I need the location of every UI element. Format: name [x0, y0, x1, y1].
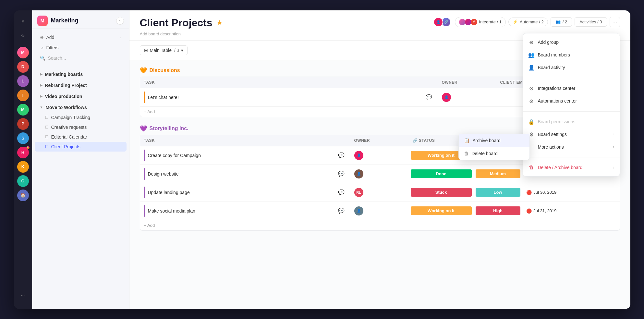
dropdown-item-more-actions[interactable]: ··· More actions › — [523, 141, 620, 153]
workspace-avatar-m[interactable]: M — [17, 47, 29, 58]
view-selector[interactable]: ⊞ Main Table / 3 ▾ — [140, 45, 188, 55]
board-icon-1: ☐ — [45, 115, 49, 120]
chat-icon-story-2[interactable]: 💬 — [338, 171, 345, 177]
board-icon-4: ☐ — [45, 144, 49, 149]
board-activity-icon: 👤 — [528, 65, 535, 71]
workspace-avatar-d[interactable]: D — [17, 61, 29, 73]
group-discussions-name[interactable]: Discussions — [150, 67, 180, 73]
nav-group-header-rebranding[interactable]: ▶ Rebranding Project — [35, 80, 127, 91]
status-badge-story-4[interactable]: Working on it — [411, 206, 472, 215]
workspace-avatar-i[interactable]: I — [17, 90, 29, 101]
nav-group-header-marketing[interactable]: ▶ Marketing boards — [35, 69, 127, 80]
main-content: Client Projects ★ Add board description … — [129, 10, 630, 309]
members-button[interactable]: 👥 / 2 — [551, 17, 572, 27]
nav-group-header-workflows[interactable]: ▼ Move to Workflows — [35, 102, 127, 113]
row-indicator-story-4 — [144, 205, 145, 217]
chat-icon-story-3[interactable]: 💬 — [338, 189, 345, 195]
add-chevron-icon: › — [120, 35, 121, 40]
board-icon-2: ☐ — [45, 125, 49, 129]
task-name-1: Let's chat here! — [148, 95, 179, 100]
dropdown-item-board-members[interactable]: 👥 Board members — [523, 49, 620, 61]
sub-dropdown-item-archive[interactable]: 📋 Archive board — [459, 134, 529, 147]
td-task-story-1: Create copy for Campaign — [140, 146, 334, 165]
td-extra-story-3 — [581, 189, 620, 196]
sidebar-item-campaign-tracking[interactable]: ☐ Campaign Tracking — [35, 113, 127, 122]
workspace-avatar-l[interactable]: L — [17, 75, 29, 87]
sidebar-item-editorial-calendar[interactable]: ☐ Editorial Calendar — [35, 132, 127, 142]
members-label: / 2 — [563, 19, 567, 24]
sidebar-collapse-button[interactable]: ‹ — [116, 17, 124, 25]
group-storytelling-name[interactable]: Storytelling Inc. — [150, 126, 188, 131]
board-more-button[interactable]: ⋯ — [610, 17, 620, 27]
th-owner-story: Owner — [350, 135, 409, 146]
table-view-icon: ⊞ — [144, 48, 148, 53]
th-owner-discussions: Owner — [438, 77, 496, 88]
priority-badge-story-3[interactable]: Low — [476, 188, 520, 197]
view-label: Main Table / 3 — [150, 48, 179, 53]
dropdown-item-permissions: 🔒 Board permissions — [523, 116, 620, 128]
sidebar-item-creative-requests[interactable]: ☐ Creative requests — [35, 122, 127, 132]
search-icon: 🔍 — [40, 55, 45, 61]
dropdown-item-automations[interactable]: ⊗ Automations center — [523, 95, 620, 107]
chat-icon-story-1[interactable]: 💬 — [338, 152, 345, 158]
workspace-avatar-o[interactable]: O — [17, 175, 29, 187]
dropdown-item-board-settings[interactable]: ⚙ Board settings › — [523, 128, 620, 141]
dropdown-item-integrations[interactable]: ⊗ Integrations center — [523, 82, 620, 95]
status-badge-story-2[interactable]: Done — [411, 169, 472, 178]
close-button[interactable]: ✕ — [17, 16, 29, 27]
star-button[interactable]: ☆ — [17, 30, 29, 42]
table-row-story-4: Make social media plan 💬 👤 Working on it — [140, 202, 620, 220]
search-button[interactable]: 🔍 Search... — [37, 54, 124, 63]
add-row-storytelling[interactable]: + Add — [140, 220, 620, 230]
board-member-avatar-1[interactable]: 👤 — [433, 17, 443, 27]
td-chat-story-2[interactable]: 💬 — [334, 167, 350, 180]
sub-dropdown-item-delete[interactable]: 🗑 Delete board — [459, 147, 529, 160]
dropdown-item-delete-archive[interactable]: 🗑 Delete / Archive board › — [523, 161, 620, 174]
chat-icon-story-4[interactable]: 💬 — [338, 208, 345, 214]
board-star-icon[interactable]: ★ — [216, 18, 223, 27]
workspace-avatar-home[interactable]: 🏠 — [17, 190, 29, 201]
td-chat-story-4[interactable]: 💬 — [334, 204, 350, 217]
board-description[interactable]: Add board description — [140, 31, 223, 36]
workspace-avatar-p[interactable]: P — [17, 118, 29, 130]
board-title: Client Projects — [140, 17, 213, 29]
integrate-button[interactable]: M Integrate / 1 — [455, 17, 506, 27]
priority-badge-story-4[interactable]: High — [476, 206, 520, 215]
group-discussions-emoji: 🧡 — [140, 67, 147, 74]
owner-avatar-story-3: RL — [354, 188, 363, 197]
automate-button[interactable]: ⚡ Automate / 2 — [508, 18, 548, 26]
chat-icon-1[interactable]: 💬 — [426, 94, 432, 100]
sidebar-item-client-projects[interactable]: ☐ Client Projects — [35, 142, 127, 152]
priority-badge-story-2[interactable]: Medium — [476, 169, 520, 178]
td-status-story-4: Working on it — [409, 206, 474, 215]
filters-button[interactable]: ⊿ Filters — [37, 43, 124, 52]
group-storytelling-emoji: 💜 — [140, 125, 147, 132]
workspace-avatar-m2[interactable]: M — [17, 104, 29, 116]
workspace-avatar-k[interactable]: K — [17, 161, 29, 173]
view-chevron-icon: ▾ — [181, 48, 183, 53]
filter-icon: ⊿ — [40, 45, 44, 50]
delete-archive-icon: 🗑 — [528, 165, 535, 170]
nav-group-video: ▶ Video production — [32, 91, 129, 102]
integrate-icons: M — [459, 19, 477, 25]
dropdown-item-board-activity[interactable]: 👤 Board activity — [523, 61, 620, 74]
add-button[interactable]: ⊕ Add › — [37, 33, 124, 42]
td-chat-story-3[interactable]: 💬 — [334, 186, 350, 199]
td-chat-1[interactable]: 💬 — [422, 91, 438, 104]
activities-button[interactable]: Activities / 0 — [575, 17, 607, 27]
th-chat-discussions — [422, 77, 438, 88]
workspace-avatar-h[interactable]: H 🔒 — [17, 147, 29, 158]
status-badge-story-3[interactable]: Stuck — [411, 188, 472, 197]
nav-group-header-video[interactable]: ▶ Video production — [35, 91, 127, 102]
td-chat-story-1[interactable]: 💬 — [334, 149, 350, 162]
delete-board-icon: 🗑 — [464, 151, 468, 156]
td-task-story-3: Update landing page — [140, 183, 334, 202]
th-task-discussions: Task — [140, 77, 422, 88]
workspace-avatar-s[interactable]: S — [17, 132, 29, 144]
td-priority-story-2: Medium — [474, 169, 522, 178]
board-top-actions: 👤 🔗 M Integrate / 1 — [433, 17, 620, 27]
dropdown-item-add-group[interactable]: ⊕ Add group — [523, 36, 620, 49]
td-task-story-4: Make social media plan — [140, 202, 334, 220]
more-workspaces-button[interactable]: ··· — [17, 289, 29, 301]
alert-icon-2: 🔴 — [526, 208, 532, 214]
